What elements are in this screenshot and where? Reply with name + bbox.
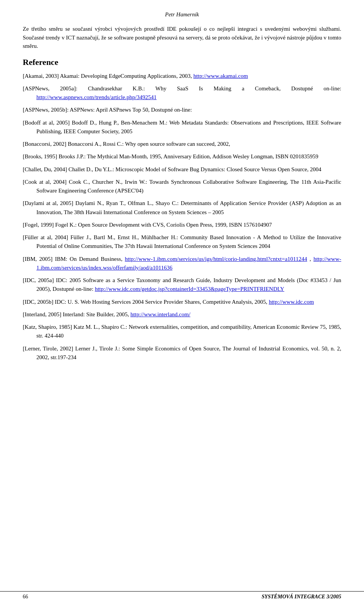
ref-text: [Daylami at al, 2005] Daylami N., Ryan T… bbox=[23, 200, 341, 215]
list-item: [Lerner, Tirole, 2002] Lerner J., Tirole… bbox=[23, 344, 341, 362]
list-item: [Bodoff at al, 2005] Bodoff D., Hung P.,… bbox=[23, 118, 341, 136]
page-header: Petr Hamerník bbox=[23, 11, 341, 18]
ref-text: [IDC, 2005b] IDC: U. S. Web Hosting Serv… bbox=[23, 299, 269, 305]
page-footer: 66 SYSTÉMOVÁ INTEGRACE 3/2005 bbox=[0, 591, 364, 600]
list-item: [Füller at al, 2004] Füller J., Bartl M.… bbox=[23, 233, 341, 251]
ref-link[interactable]: http://www-1.ibm.com/services/us/igs/htm… bbox=[125, 256, 307, 262]
ref-text: [Katz, Shapiro, 1985] Katz M. L., Shapir… bbox=[23, 324, 341, 339]
intro-text-1: Ze třetího směru se současní výrobci výv… bbox=[23, 26, 341, 49]
footer-journal: SYSTÉMOVÁ INTEGRACE 3/2005 bbox=[262, 594, 341, 600]
ref-text: [ASPNews, 2005b]: ASPNews: April ASPnews… bbox=[23, 107, 192, 113]
list-item: [Daylami at al, 2005] Daylami N., Ryan T… bbox=[23, 199, 341, 217]
header-title: Petr Hamerník bbox=[165, 11, 199, 17]
ref-link[interactable]: http://www.aspnews.com/trends/article.ph… bbox=[36, 94, 157, 100]
intro-paragraph: Ze třetího směru se současní výrobci výv… bbox=[23, 25, 341, 50]
ref-text: [IBM, 2005] IBM: On Demand Business, bbox=[23, 256, 125, 262]
list-item: [Akamai, 2003] Akamai: Developing EdgeCo… bbox=[23, 72, 341, 80]
list-item: [ASPNews, 2005a]: Chandrasekhar K.B.: Wh… bbox=[23, 84, 341, 102]
list-item: [ASPNews, 2005b]: ASPNews: April ASPnews… bbox=[23, 106, 341, 114]
ref-text: [Akamai, 2003] Akamai: Developing EdgeCo… bbox=[23, 73, 193, 79]
ref-text: [Bonaccorsi, 2002] Bonaccorsi A., Rossi … bbox=[23, 141, 230, 147]
list-item: [IBM, 2005] IBM: On Demand Business, htt… bbox=[23, 255, 341, 273]
ref-link[interactable]: http://www.interland.com/ bbox=[130, 311, 190, 317]
ref-text: [Lerner, Tirole, 2002] Lerner J., Tirole… bbox=[23, 346, 341, 360]
ref-text: [Challet, Du, 2004] Challet D., Du Y.L.:… bbox=[23, 166, 322, 172]
ref-text: [Interland, 2005] Interland: Site Builde… bbox=[23, 311, 130, 317]
list-item: [Cook at al, 2004] Cook C., Churcher N.,… bbox=[23, 178, 341, 196]
ref-text: [Füller at al, 2004] Füller J., Bartl M.… bbox=[23, 234, 341, 249]
section-title: Reference bbox=[23, 57, 341, 67]
ref-link[interactable]: http://www.akamai.com bbox=[193, 73, 248, 79]
ref-text: [Cook at al, 2004] Cook C., Churcher N.,… bbox=[23, 179, 341, 194]
ref-text: [Fogel, 1999] Fogel K.: Open Source Deve… bbox=[23, 222, 272, 228]
list-item: [Katz, Shapiro, 1985] Katz M. L., Shapir… bbox=[23, 323, 341, 341]
list-item: [Interland, 2005] Interland: Site Builde… bbox=[23, 310, 341, 319]
list-item: [Challet, Du, 2004] Challet D., Du Y.L.:… bbox=[23, 165, 341, 174]
page-container: Petr Hamerník Ze třetího směru se součas… bbox=[0, 0, 364, 609]
list-item: [Bonaccorsi, 2002] Bonaccorsi A., Rossi … bbox=[23, 140, 341, 148]
ref-text: [Brooks, 1995] Brooks J.P.: The Mythical… bbox=[23, 153, 318, 159]
ref-link[interactable]: http://www.idc.com/getdoc.jsp?containerI… bbox=[95, 286, 284, 292]
ref-link[interactable]: http://www.idc.com bbox=[269, 299, 314, 305]
list-item: [Brooks, 1995] Brooks J.P.: The Mythical… bbox=[23, 152, 341, 161]
reference-list: [Akamai, 2003] Akamai: Developing EdgeCo… bbox=[23, 72, 341, 362]
ref-text-middle: , bbox=[307, 256, 314, 262]
list-item: [IDC, 2005a] IDC: 2005 Software as a Ser… bbox=[23, 276, 341, 294]
list-item: [IDC, 2005b] IDC: U. S. Web Hosting Serv… bbox=[23, 298, 341, 306]
ref-text: [Bodoff at al, 2005] Bodoff D., Hung P.,… bbox=[23, 120, 341, 134]
ref-text: [ASPNews, 2005a]: Chandrasekhar K.B.: Wh… bbox=[23, 85, 341, 92]
list-item: [Fogel, 1999] Fogel K.: Open Source Deve… bbox=[23, 221, 341, 229]
footer-page-number: 66 bbox=[23, 594, 28, 600]
